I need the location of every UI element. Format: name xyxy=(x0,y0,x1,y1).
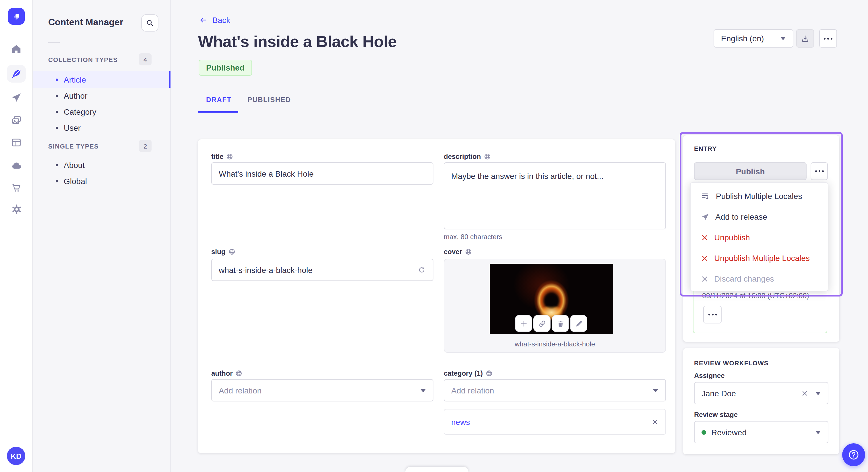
home-icon[interactable] xyxy=(0,43,33,55)
download-icon xyxy=(801,34,809,43)
clear-assignee-icon[interactable] xyxy=(801,390,808,397)
content-type-builder-icon[interactable] xyxy=(0,137,33,148)
more-icon xyxy=(815,170,824,172)
back-arrow-icon xyxy=(198,16,208,24)
cross-icon xyxy=(701,234,708,241)
subnav-divider xyxy=(48,42,60,43)
sidebar-item-user[interactable]: User xyxy=(33,119,170,136)
sidebar-item-label: User xyxy=(64,123,81,132)
bullet-icon xyxy=(56,110,58,113)
description-textarea[interactable]: Maybe the answer is in this article, or … xyxy=(444,162,666,229)
assignee-value: Jane Doe xyxy=(702,389,736,398)
search-icon xyxy=(146,19,154,27)
menu-item-publish-multiple-locales[interactable]: Publish Multiple Locales xyxy=(691,186,828,206)
download-button[interactable] xyxy=(796,29,814,47)
remove-relation-icon[interactable] xyxy=(652,418,658,425)
chevron-down-icon xyxy=(815,392,821,395)
collection-types-count: 4 xyxy=(139,53,152,65)
assignee-label: Assignee xyxy=(694,372,725,380)
bullet-icon xyxy=(56,127,58,129)
cover-add-button[interactable] xyxy=(515,315,532,332)
assignee-select[interactable]: Jane Doe xyxy=(694,382,828,404)
field-label-text: cover xyxy=(444,248,462,256)
single-types-count: 2 xyxy=(139,140,152,152)
entry-panel-heading: ENTRY xyxy=(694,145,717,152)
content-manager-icon[interactable] xyxy=(7,65,26,82)
more-icon xyxy=(708,314,717,315)
field-label-text: title xyxy=(211,153,224,161)
menu-item-label: Unpublish Multiple Locales xyxy=(714,254,810,263)
sidebar-item-label: Category xyxy=(64,107,96,116)
menu-item-unpublish[interactable]: Unpublish xyxy=(691,227,828,248)
cover-copy-link-button[interactable] xyxy=(533,315,551,332)
back-label: Back xyxy=(212,15,230,25)
cover-image[interactable] xyxy=(490,264,613,334)
strapi-admin-page: KD Content Manager COLLECTION TYPES 4 Ar… xyxy=(0,0,868,472)
review-workflows-heading: REVIEW WORKFLOWS xyxy=(694,360,769,367)
cover-edit-button[interactable] xyxy=(570,315,587,332)
sidebar-item-category[interactable]: Category xyxy=(33,103,170,120)
section-label-collection-types: COLLECTION TYPES xyxy=(48,56,118,63)
regenerate-icon[interactable] xyxy=(417,266,426,274)
category-relation-select[interactable]: Add relation xyxy=(444,379,666,401)
sidebar-item-label: About xyxy=(64,160,85,169)
header-more-button[interactable] xyxy=(819,29,837,47)
tab-published[interactable]: PUBLISHED xyxy=(247,96,291,104)
releases-icon[interactable] xyxy=(0,92,33,103)
globe-icon xyxy=(226,153,234,160)
description-value: Maybe the answer is in this article, or … xyxy=(451,171,603,181)
sidebar-item-author[interactable]: Author xyxy=(33,87,170,104)
sidebar-item-label: Article xyxy=(64,75,86,84)
title-input[interactable]: What's inside a Black Hole xyxy=(211,162,433,185)
cloud-icon[interactable] xyxy=(0,160,33,171)
cross-icon xyxy=(701,275,708,282)
menu-item-discard-changes[interactable]: Discard changes xyxy=(691,268,828,289)
sidebar-item-label: Global xyxy=(64,176,87,186)
menu-item-add-to-release[interactable]: Add to release xyxy=(691,206,828,227)
cover-delete-button[interactable] xyxy=(552,315,569,332)
back-link[interactable]: Back xyxy=(198,15,230,25)
title-input-value: What's inside a Black Hole xyxy=(219,169,314,178)
user-avatar[interactable]: KD xyxy=(7,447,25,465)
strapi-logo[interactable] xyxy=(8,8,25,25)
bullet-icon xyxy=(56,78,58,80)
media-library-icon[interactable] xyxy=(0,115,33,126)
menu-item-label: Unpublish xyxy=(714,233,750,242)
menu-item-unpublish-multiple-locales[interactable]: Unpublish Multiple Locales xyxy=(691,248,828,268)
link-icon xyxy=(538,319,546,328)
author-relation-select[interactable]: Add relation xyxy=(211,379,433,401)
release-more-button[interactable] xyxy=(703,306,722,324)
sidebar-item-about[interactable]: About xyxy=(33,157,170,173)
status-badge: Published xyxy=(198,60,252,76)
search-button[interactable] xyxy=(141,14,158,32)
bullet-icon xyxy=(56,164,58,166)
content-manager-subnav: Content Manager COLLECTION TYPES 4 Artic… xyxy=(33,0,170,472)
review-stage-select[interactable]: Reviewed xyxy=(694,421,828,443)
section-label-single-types: SINGLE TYPES xyxy=(48,143,99,150)
page-title: What's inside a Black Hole xyxy=(198,33,397,51)
settings-gear-icon[interactable] xyxy=(0,204,33,215)
marketplace-cart-icon[interactable] xyxy=(0,182,33,193)
category-relation-link[interactable]: news xyxy=(451,417,470,427)
field-label-text: description xyxy=(444,153,481,161)
review-stage-label: Review stage xyxy=(694,411,738,419)
help-button[interactable] xyxy=(842,443,865,466)
bullet-icon xyxy=(56,94,58,97)
chevron-down-icon xyxy=(653,389,658,392)
paper-plane-icon xyxy=(701,212,710,221)
entry-more-button[interactable] xyxy=(811,162,828,180)
chevron-down-icon xyxy=(815,430,821,434)
publish-button[interactable]: Publish xyxy=(694,162,807,180)
tab-draft[interactable]: DRAFT xyxy=(206,96,231,104)
category-field-label: category (1) xyxy=(444,369,493,377)
pagination-pill[interactable] xyxy=(405,467,468,472)
sidebar-item-global[interactable]: Global xyxy=(33,173,170,189)
sidebar-item-article[interactable]: Article xyxy=(33,71,170,88)
globe-icon xyxy=(486,370,493,377)
locale-select[interactable]: English (en) xyxy=(714,29,794,47)
menu-item-label: Publish Multiple Locales xyxy=(716,192,802,201)
cover-field-label: cover xyxy=(444,248,472,256)
slug-input[interactable]: what-s-inside-a-black-hole xyxy=(211,259,433,281)
globe-icon xyxy=(228,248,235,255)
author-placeholder: Add relation xyxy=(219,386,261,395)
